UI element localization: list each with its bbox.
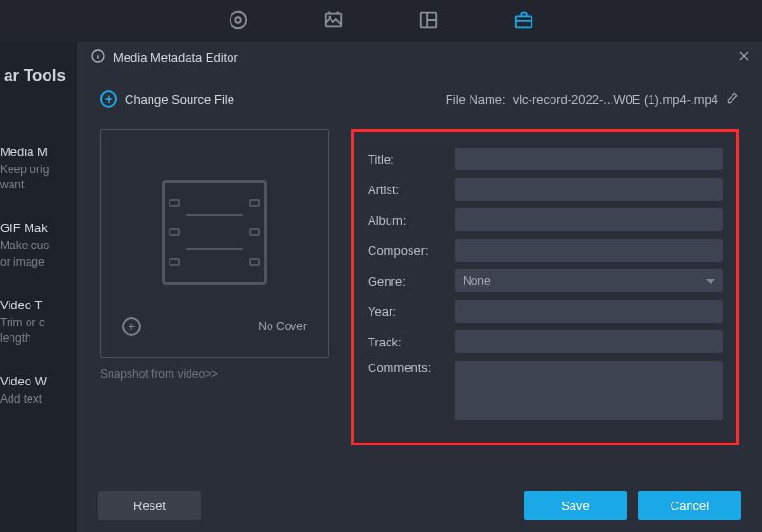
svg-rect-5 (516, 16, 532, 27)
genre-label: Genre: (368, 274, 455, 288)
comments-label: Comments: (368, 361, 455, 375)
title-input[interactable] (455, 148, 723, 170)
save-button[interactable]: Save (524, 491, 627, 520)
cover-panel: No Cover Snapshot from video>> (100, 129, 329, 445)
cover-box: No Cover (100, 129, 329, 358)
composer-input[interactable] (455, 239, 723, 262)
snapshot-from-video-link[interactable]: Snapshot from video>> (100, 367, 329, 381)
metadata-form: Title: Artist: Album: Composer: Genre: (351, 129, 739, 445)
plus-circle-icon (100, 90, 117, 108)
svg-point-1 (235, 17, 241, 23)
chevron-down-icon (706, 279, 715, 284)
modal-footer: Reset Save Cancel (77, 479, 762, 532)
sidebar-item-label: Video W (0, 374, 72, 388)
nav-image-icon[interactable] (323, 10, 344, 33)
sidebar: ar Tools Media M Keep orig want GIF Mak … (0, 42, 76, 532)
file-name-value: vlc-record-2022-...W0E (1).mp4-.mp4 (513, 92, 718, 107)
add-cover-button[interactable] (122, 317, 141, 336)
file-name-block: File Name: vlc-record-2022-...W0E (1).mp… (446, 91, 739, 108)
reset-button[interactable]: Reset (98, 491, 201, 520)
filmstrip-icon (162, 180, 267, 285)
file-name-label: File Name: (446, 92, 506, 107)
sidebar-title: ar Tools (0, 67, 76, 86)
cancel-button[interactable]: Cancel (638, 491, 741, 520)
sidebar-item-video-watermark[interactable]: Video W Add text (0, 363, 76, 424)
sidebar-item-desc: Make cus or image (0, 238, 72, 268)
sidebar-item-video-trim[interactable]: Video T Trim or c length (0, 286, 76, 363)
album-input[interactable] (455, 208, 723, 231)
track-label: Track: (368, 335, 455, 349)
nav-layout-icon[interactable] (418, 10, 439, 33)
cover-status: No Cover (258, 320, 307, 333)
year-label: Year: (368, 305, 455, 319)
sidebar-item-label: Video T (0, 298, 72, 312)
nav-disc-icon[interactable] (228, 10, 249, 33)
artist-label: Artist: (368, 183, 455, 197)
change-source-label: Change Source File (125, 92, 234, 107)
album-label: Album: (368, 213, 455, 227)
sidebar-item-media-metadata[interactable]: Media M Keep orig want (0, 133, 76, 209)
year-input[interactable] (455, 300, 723, 323)
artist-input[interactable] (455, 178, 723, 201)
svg-point-3 (329, 16, 331, 18)
track-input[interactable] (455, 330, 723, 353)
close-button[interactable] (737, 49, 751, 66)
sidebar-item-desc: Keep orig want (0, 162, 72, 192)
source-row: Change Source File File Name: vlc-record… (100, 86, 739, 112)
metadata-editor-modal: Media Metadata Editor Change Source File… (76, 42, 762, 532)
composer-label: Composer: (368, 244, 455, 258)
info-icon (90, 49, 106, 67)
top-nav (0, 0, 762, 42)
edit-file-name-button[interactable] (726, 91, 739, 108)
change-source-button[interactable]: Change Source File (100, 90, 234, 108)
modal-body: Change Source File File Name: vlc-record… (77, 72, 762, 483)
sidebar-item-label: Media M (0, 145, 72, 159)
modal-header: Media Metadata Editor (77, 42, 762, 72)
sidebar-item-desc: Trim or c length (0, 315, 72, 345)
modal-title: Media Metadata Editor (113, 50, 238, 65)
genre-select[interactable]: None (455, 269, 723, 292)
comments-input[interactable] (455, 361, 723, 420)
nav-toolbox-icon[interactable] (513, 10, 534, 33)
sidebar-item-desc: Add text (0, 391, 72, 406)
genre-value: None (463, 274, 491, 287)
title-label: Title: (368, 152, 455, 167)
sidebar-item-label: GIF Mak (0, 221, 72, 235)
sidebar-item-gif-maker[interactable]: GIF Mak Make cus or image (0, 209, 76, 286)
